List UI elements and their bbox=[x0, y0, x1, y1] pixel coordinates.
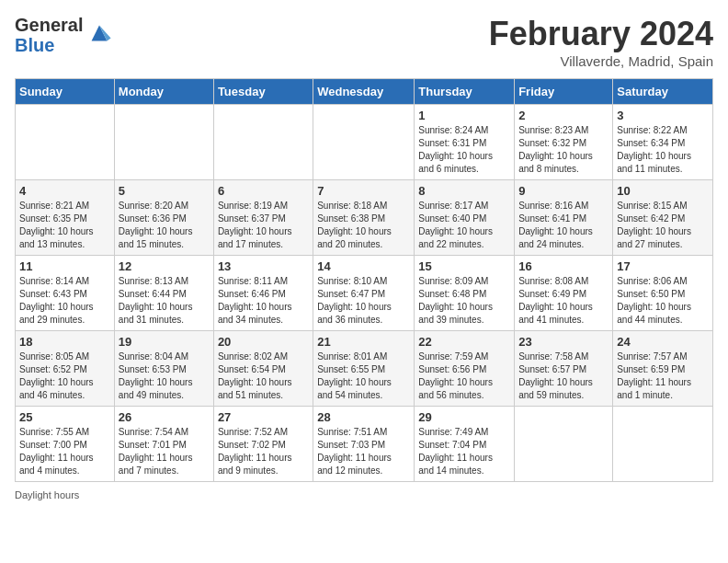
table-row bbox=[213, 105, 313, 180]
day-number: 21 bbox=[317, 335, 410, 349]
day-info: Sunrise: 8:24 AM Sunset: 6:31 PM Dayligh… bbox=[418, 124, 510, 176]
table-row bbox=[114, 105, 213, 180]
location-subtitle: Villaverde, Madrid, Spain bbox=[489, 53, 713, 69]
table-row: 9Sunrise: 8:16 AM Sunset: 6:41 PM Daylig… bbox=[515, 180, 613, 256]
table-row: 10Sunrise: 8:15 AM Sunset: 6:42 PM Dayli… bbox=[613, 180, 713, 256]
table-row: 16Sunrise: 8:08 AM Sunset: 6:49 PM Dayli… bbox=[515, 256, 613, 331]
day-number: 12 bbox=[119, 259, 210, 273]
table-row: 19Sunrise: 8:04 AM Sunset: 6:53 PM Dayli… bbox=[114, 331, 213, 407]
col-friday: Friday bbox=[515, 79, 613, 105]
day-info: Sunrise: 8:23 AM Sunset: 6:32 PM Dayligh… bbox=[518, 124, 609, 176]
calendar-table: Sunday Monday Tuesday Wednesday Thursday… bbox=[15, 78, 713, 482]
day-number: 28 bbox=[317, 410, 410, 424]
table-row: 23Sunrise: 7:58 AM Sunset: 6:57 PM Dayli… bbox=[515, 331, 613, 407]
day-info: Sunrise: 8:01 AM Sunset: 6:55 PM Dayligh… bbox=[317, 350, 410, 402]
day-info: Sunrise: 8:22 AM Sunset: 6:34 PM Dayligh… bbox=[617, 124, 709, 176]
day-number: 14 bbox=[317, 259, 410, 273]
table-row: 22Sunrise: 7:59 AM Sunset: 6:56 PM Dayli… bbox=[415, 331, 515, 407]
day-info: Sunrise: 8:21 AM Sunset: 6:35 PM Dayligh… bbox=[19, 200, 110, 251]
table-row: 27Sunrise: 7:52 AM Sunset: 7:02 PM Dayli… bbox=[213, 407, 313, 482]
day-info: Sunrise: 8:10 AM Sunset: 6:47 PM Dayligh… bbox=[317, 275, 410, 327]
day-number: 15 bbox=[418, 259, 510, 273]
table-row: 20Sunrise: 8:02 AM Sunset: 6:54 PM Dayli… bbox=[213, 331, 313, 407]
day-info: Sunrise: 8:16 AM Sunset: 6:41 PM Dayligh… bbox=[518, 200, 609, 251]
calendar-week-row: 1Sunrise: 8:24 AM Sunset: 6:31 PM Daylig… bbox=[16, 105, 713, 180]
day-info: Sunrise: 8:13 AM Sunset: 6:44 PM Dayligh… bbox=[119, 275, 210, 327]
day-info: Sunrise: 8:11 AM Sunset: 6:46 PM Dayligh… bbox=[218, 275, 309, 327]
day-number: 2 bbox=[518, 109, 609, 122]
table-row: 18Sunrise: 8:05 AM Sunset: 6:52 PM Dayli… bbox=[16, 331, 115, 407]
day-info: Sunrise: 8:17 AM Sunset: 6:40 PM Dayligh… bbox=[418, 200, 510, 251]
day-number: 23 bbox=[518, 335, 609, 349]
calendar-week-row: 4Sunrise: 8:21 AM Sunset: 6:35 PM Daylig… bbox=[16, 180, 713, 256]
calendar-week-row: 25Sunrise: 7:55 AM Sunset: 7:00 PM Dayli… bbox=[16, 407, 713, 482]
day-info: Sunrise: 7:57 AM Sunset: 6:59 PM Dayligh… bbox=[617, 350, 709, 402]
day-number: 19 bbox=[119, 335, 210, 349]
table-row: 1Sunrise: 8:24 AM Sunset: 6:31 PM Daylig… bbox=[415, 105, 515, 180]
table-row: 7Sunrise: 8:18 AM Sunset: 6:38 PM Daylig… bbox=[313, 180, 415, 256]
day-info: Sunrise: 7:59 AM Sunset: 6:56 PM Dayligh… bbox=[418, 350, 510, 402]
day-info: Sunrise: 8:20 AM Sunset: 6:36 PM Dayligh… bbox=[119, 200, 210, 251]
footer: Daylight hours bbox=[15, 489, 713, 500]
title-block: February 2024 Villaverde, Madrid, Spain bbox=[489, 15, 713, 69]
table-row: 5Sunrise: 8:20 AM Sunset: 6:36 PM Daylig… bbox=[114, 180, 213, 256]
table-row: 26Sunrise: 7:54 AM Sunset: 7:01 PM Dayli… bbox=[114, 407, 213, 482]
day-number: 4 bbox=[19, 184, 110, 198]
table-row: 29Sunrise: 7:49 AM Sunset: 7:04 PM Dayli… bbox=[415, 407, 515, 482]
table-row: 3Sunrise: 8:22 AM Sunset: 6:34 PM Daylig… bbox=[613, 105, 713, 180]
day-info: Sunrise: 8:06 AM Sunset: 6:50 PM Dayligh… bbox=[617, 275, 709, 327]
calendar-week-row: 11Sunrise: 8:14 AM Sunset: 6:43 PM Dayli… bbox=[16, 256, 713, 331]
day-info: Sunrise: 7:54 AM Sunset: 7:01 PM Dayligh… bbox=[119, 426, 210, 477]
table-row: 24Sunrise: 7:57 AM Sunset: 6:59 PM Dayli… bbox=[613, 331, 713, 407]
table-row: 15Sunrise: 8:09 AM Sunset: 6:48 PM Dayli… bbox=[415, 256, 515, 331]
col-sunday: Sunday bbox=[16, 79, 115, 105]
table-row: 14Sunrise: 8:10 AM Sunset: 6:47 PM Dayli… bbox=[313, 256, 415, 331]
table-row bbox=[16, 105, 115, 180]
day-number: 1 bbox=[418, 109, 510, 122]
day-number: 22 bbox=[418, 335, 510, 349]
table-row: 21Sunrise: 8:01 AM Sunset: 6:55 PM Dayli… bbox=[313, 331, 415, 407]
day-info: Sunrise: 7:55 AM Sunset: 7:00 PM Dayligh… bbox=[19, 426, 110, 477]
day-number: 6 bbox=[218, 184, 309, 198]
day-number: 3 bbox=[617, 109, 709, 122]
day-info: Sunrise: 8:02 AM Sunset: 6:54 PM Dayligh… bbox=[218, 350, 309, 402]
col-monday: Monday bbox=[114, 79, 213, 105]
day-number: 18 bbox=[19, 335, 110, 349]
logo-icon bbox=[86, 20, 112, 46]
day-info: Sunrise: 8:08 AM Sunset: 6:49 PM Dayligh… bbox=[518, 275, 609, 327]
day-info: Sunrise: 8:05 AM Sunset: 6:52 PM Dayligh… bbox=[19, 350, 110, 402]
table-row bbox=[613, 407, 713, 482]
table-row: 13Sunrise: 8:11 AM Sunset: 6:46 PM Dayli… bbox=[213, 256, 313, 331]
day-number: 24 bbox=[617, 335, 709, 349]
table-row: 17Sunrise: 8:06 AM Sunset: 6:50 PM Dayli… bbox=[613, 256, 713, 331]
day-number: 10 bbox=[617, 184, 709, 198]
logo-blue: Blue bbox=[15, 35, 83, 55]
table-row: 11Sunrise: 8:14 AM Sunset: 6:43 PM Dayli… bbox=[16, 256, 115, 331]
footer-text: Daylight hours bbox=[15, 489, 79, 500]
table-row: 4Sunrise: 8:21 AM Sunset: 6:35 PM Daylig… bbox=[16, 180, 115, 256]
table-row: 28Sunrise: 7:51 AM Sunset: 7:03 PM Dayli… bbox=[313, 407, 415, 482]
day-number: 9 bbox=[518, 184, 609, 198]
col-tuesday: Tuesday bbox=[213, 79, 313, 105]
day-number: 20 bbox=[218, 335, 309, 349]
day-number: 8 bbox=[418, 184, 510, 198]
col-wednesday: Wednesday bbox=[313, 79, 415, 105]
calendar-week-row: 18Sunrise: 8:05 AM Sunset: 6:52 PM Dayli… bbox=[16, 331, 713, 407]
table-row bbox=[313, 105, 415, 180]
table-row bbox=[515, 407, 613, 482]
table-row: 6Sunrise: 8:19 AM Sunset: 6:37 PM Daylig… bbox=[213, 180, 313, 256]
logo-general: General bbox=[15, 15, 83, 35]
month-year-title: February 2024 bbox=[489, 15, 713, 53]
day-info: Sunrise: 8:19 AM Sunset: 6:37 PM Dayligh… bbox=[218, 200, 309, 251]
table-row: 8Sunrise: 8:17 AM Sunset: 6:40 PM Daylig… bbox=[415, 180, 515, 256]
logo-text: General Blue bbox=[15, 15, 83, 55]
calendar-header-row: Sunday Monday Tuesday Wednesday Thursday… bbox=[16, 79, 713, 105]
day-info: Sunrise: 8:04 AM Sunset: 6:53 PM Dayligh… bbox=[119, 350, 210, 402]
day-number: 16 bbox=[518, 259, 609, 273]
table-row: 2Sunrise: 8:23 AM Sunset: 6:32 PM Daylig… bbox=[515, 105, 613, 180]
day-info: Sunrise: 8:09 AM Sunset: 6:48 PM Dayligh… bbox=[418, 275, 510, 327]
day-info: Sunrise: 7:51 AM Sunset: 7:03 PM Dayligh… bbox=[317, 426, 410, 477]
table-row: 25Sunrise: 7:55 AM Sunset: 7:00 PM Dayli… bbox=[16, 407, 115, 482]
day-info: Sunrise: 7:49 AM Sunset: 7:04 PM Dayligh… bbox=[418, 426, 510, 477]
day-number: 5 bbox=[119, 184, 210, 198]
